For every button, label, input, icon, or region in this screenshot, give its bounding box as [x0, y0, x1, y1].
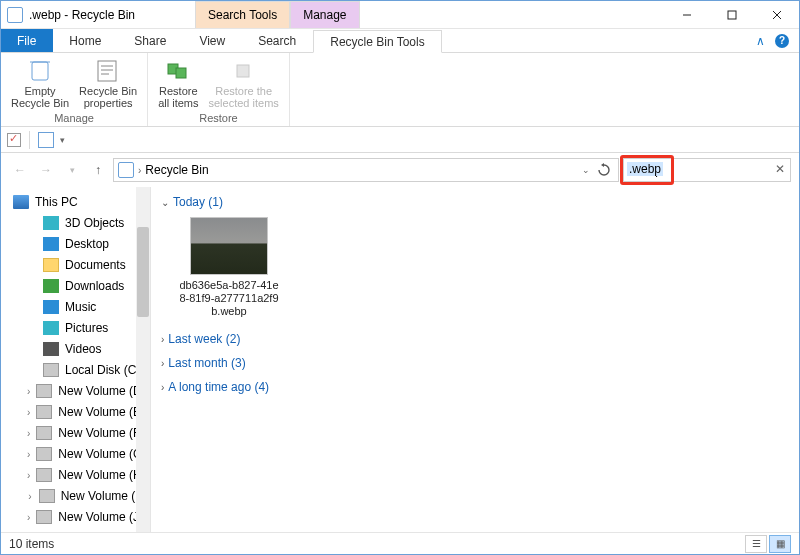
- address-chevron-icon[interactable]: ›: [138, 165, 141, 176]
- forward-button[interactable]: →: [35, 159, 57, 181]
- folder-icon: [43, 321, 59, 335]
- up-button[interactable]: ↑: [87, 159, 109, 181]
- tree-item[interactable]: ›New Volume (E:): [9, 403, 146, 421]
- navigation-row: ← → ▾ ↑ › Recycle Bin ⌄ .webp ✕: [1, 153, 799, 187]
- tree-item[interactable]: Pictures: [9, 319, 146, 337]
- svg-rect-4: [32, 62, 48, 80]
- folder-icon: [36, 426, 52, 440]
- address-bar[interactable]: › Recycle Bin ⌄: [113, 158, 619, 182]
- folder-icon: [43, 300, 59, 314]
- folder-icon: [36, 447, 52, 461]
- empty-recycle-bin-button[interactable]: Empty Recycle Bin: [7, 55, 73, 111]
- folder-icon: [43, 258, 59, 272]
- address-dropdown-icon[interactable]: ⌄: [582, 165, 590, 175]
- tree-this-pc[interactable]: This PC: [9, 193, 146, 211]
- tree-item[interactable]: Local Disk (C:): [9, 361, 146, 379]
- quick-access-bar: ▾: [1, 127, 799, 153]
- tab-share[interactable]: Share: [118, 29, 183, 52]
- context-tab-search-tools[interactable]: Search Tools: [195, 1, 290, 28]
- tab-home[interactable]: Home: [53, 29, 118, 52]
- back-button[interactable]: ←: [9, 159, 31, 181]
- chevron-right-icon: ›: [161, 334, 164, 345]
- tree-item[interactable]: 3D Objects: [9, 214, 146, 232]
- folder-icon: [39, 489, 55, 503]
- tree-item[interactable]: ›New Volume (I:): [9, 487, 146, 505]
- svg-rect-11: [176, 68, 186, 78]
- file-thumbnail: [190, 217, 268, 275]
- details-view-button[interactable]: ☰: [745, 535, 767, 553]
- search-input[interactable]: [623, 158, 791, 182]
- close-button[interactable]: [754, 1, 799, 28]
- group-header[interactable]: ›Last week (2): [161, 332, 789, 346]
- ribbon-group-restore: Restore: [154, 111, 283, 126]
- pc-icon: [13, 195, 29, 209]
- qat-document-icon[interactable]: [38, 132, 54, 148]
- tree-item[interactable]: ›New Volume (D:): [9, 382, 146, 400]
- group-header[interactable]: ⌄Today (1): [161, 195, 789, 209]
- svg-rect-1: [728, 11, 736, 19]
- tab-view[interactable]: View: [183, 29, 242, 52]
- clear-search-button[interactable]: ✕: [775, 162, 785, 176]
- qat-dropdown-icon[interactable]: ▾: [60, 135, 65, 145]
- tree-item[interactable]: ›New Volume (J:): [9, 508, 146, 526]
- chevron-right-icon: ›: [161, 382, 164, 393]
- file-item[interactable]: db636e5a-b827-41e8-81f9-a277711a2f9b.web…: [179, 217, 279, 318]
- tree-item[interactable]: Documents: [9, 256, 146, 274]
- group-label: Last month (3): [168, 356, 245, 370]
- folder-icon: [43, 237, 59, 251]
- ribbon: Empty Recycle Bin Recycle Bin properties…: [1, 53, 799, 127]
- title-bar: .webp - Recycle Bin Search Tools Manage: [1, 1, 799, 29]
- thumbnails-view-button[interactable]: ▦: [769, 535, 791, 553]
- tab-search[interactable]: Search: [242, 29, 313, 52]
- ribbon-tabs: File Home Share View Search Recycle Bin …: [1, 29, 799, 53]
- group-label: Last week (2): [168, 332, 240, 346]
- restore-all-icon: [162, 57, 194, 85]
- tree-item[interactable]: Downloads: [9, 277, 146, 295]
- tab-file[interactable]: File: [1, 29, 53, 52]
- tree-item[interactable]: ›New Volume (G:): [9, 445, 146, 463]
- folder-icon: [43, 279, 59, 293]
- tree-item[interactable]: ›New Volume (F:): [9, 424, 146, 442]
- maximize-button[interactable]: [709, 1, 754, 28]
- recent-locations-button[interactable]: ▾: [61, 159, 83, 181]
- ribbon-collapse-icon[interactable]: ∧: [756, 34, 765, 48]
- help-icon[interactable]: ?: [775, 34, 789, 48]
- content-pane[interactable]: ⌄Today (1)db636e5a-b827-41e8-81f9-a27771…: [151, 187, 799, 532]
- folder-icon: [43, 216, 59, 230]
- group-label: A long time ago (4): [168, 380, 269, 394]
- breadcrumb[interactable]: Recycle Bin: [145, 163, 208, 177]
- refresh-button[interactable]: [594, 163, 614, 177]
- tree-item[interactable]: ›New Volume (H:): [9, 466, 146, 484]
- tree-item[interactable]: Music: [9, 298, 146, 316]
- tab-recycle-bin-tools[interactable]: Recycle Bin Tools: [313, 30, 442, 53]
- empty-bin-icon: [24, 57, 56, 85]
- minimize-button[interactable]: [664, 1, 709, 28]
- group-header[interactable]: ›A long time ago (4): [161, 380, 789, 394]
- recycle-bin-properties-button[interactable]: Recycle Bin properties: [75, 55, 141, 111]
- restore-all-items-button[interactable]: Restore all items: [154, 55, 202, 111]
- chevron-right-icon: ›: [27, 449, 30, 460]
- file-name: db636e5a-b827-41e8-81f9-a277711a2f9b.web…: [179, 279, 279, 318]
- group-label: Today (1): [173, 195, 223, 209]
- chevron-right-icon: ›: [27, 407, 30, 418]
- tree-item[interactable]: Videos: [9, 340, 146, 358]
- sidebar-scrollbar[interactable]: [136, 187, 150, 532]
- folder-icon: [36, 468, 52, 482]
- svg-rect-6: [98, 61, 116, 81]
- group-header[interactable]: ›Last month (3): [161, 356, 789, 370]
- properties-icon: [92, 57, 124, 85]
- context-tab-manage[interactable]: Manage: [290, 1, 359, 28]
- item-count: 10 items: [9, 537, 54, 551]
- chevron-right-icon: ›: [161, 358, 164, 369]
- tree-item[interactable]: Desktop: [9, 235, 146, 253]
- navigation-pane: This PC3D ObjectsDesktopDocumentsDownloa…: [1, 187, 151, 532]
- ribbon-group-manage: Manage: [7, 111, 141, 126]
- chevron-down-icon: ⌄: [161, 197, 169, 208]
- recycle-bin-icon: [7, 7, 23, 23]
- folder-icon: [36, 405, 52, 419]
- chevron-right-icon: ›: [27, 491, 33, 502]
- address-recycle-bin-icon: [118, 162, 134, 178]
- restore-selected-items-button: Restore the selected items: [205, 55, 283, 111]
- window-title: .webp - Recycle Bin: [29, 8, 135, 22]
- qat-checkbox-icon[interactable]: [7, 133, 21, 147]
